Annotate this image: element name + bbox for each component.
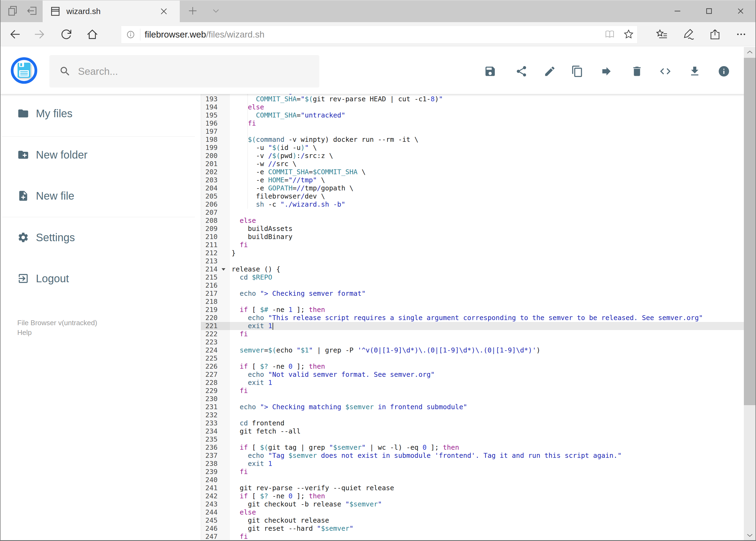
code-line[interactable]: 238 exit 1 bbox=[201, 460, 756, 468]
share-button[interactable] bbox=[705, 22, 724, 46]
hub-button[interactable] bbox=[652, 22, 671, 46]
scroll-down-button[interactable] bbox=[744, 530, 755, 540]
sidebar-item-new-folder[interactable]: New folder bbox=[11, 146, 189, 164]
code-line[interactable]: 204 -e GOPATH=//tmp/gopath \ bbox=[201, 184, 756, 192]
back-button[interactable] bbox=[4, 22, 24, 46]
code-line[interactable]: 211 fi bbox=[201, 241, 756, 249]
code-line[interactable]: 225 bbox=[201, 354, 756, 362]
code-line[interactable]: 237 echo "Tag $semver does not exist in … bbox=[201, 452, 756, 460]
filebrowser-logo[interactable] bbox=[11, 57, 37, 84]
code-line[interactable]: 214release () { bbox=[201, 265, 756, 273]
code-line[interactable]: 210 buildBinary bbox=[201, 233, 756, 241]
window-maximize-button[interactable] bbox=[701, 3, 717, 19]
code-line[interactable]: 236 if [ $(git tag | grep "$semver" | wc… bbox=[201, 443, 756, 452]
code-line[interactable]: 241 git rev-parse --verify --quiet relea… bbox=[201, 484, 756, 492]
code-line[interactable]: 234 git fetch --all bbox=[201, 427, 756, 435]
code-line[interactable]: 230 bbox=[201, 395, 756, 403]
code-line[interactable]: 206 sh -c "./wizard.sh -b" bbox=[201, 201, 756, 209]
info-button[interactable] bbox=[713, 61, 735, 82]
code-line[interactable]: 224 semver=$(echo "$1" | grep -P '^v(0|[… bbox=[201, 346, 756, 354]
move-button[interactable] bbox=[596, 61, 617, 82]
address-bar[interactable]: filebrowser.web/files/wizard.sh bbox=[121, 26, 637, 44]
code-line[interactable]: 222 fi bbox=[201, 330, 756, 338]
code-line[interactable]: 205 filebrowser/dev \ bbox=[201, 192, 756, 201]
more-options-button[interactable] bbox=[731, 22, 751, 46]
code-line[interactable]: 233 cd frontend bbox=[201, 419, 756, 427]
code-editor[interactable]: 192 if [ -d ".git" ]; then193 COMMIT_SHA… bbox=[201, 94, 756, 541]
code-line[interactable]: 207 bbox=[201, 209, 756, 217]
window-minimize-button[interactable] bbox=[669, 3, 685, 19]
favorite-star-icon[interactable] bbox=[623, 28, 634, 40]
code-line[interactable]: 203 -e HOME="//tmp" \ bbox=[201, 176, 756, 184]
code-line[interactable]: 215 cd $REPO bbox=[201, 273, 756, 281]
code-line[interactable]: 219 if [ $# -ne 1 ]; then bbox=[201, 306, 756, 314]
code-line[interactable]: 209 buildAssets bbox=[201, 225, 756, 233]
code-line[interactable]: 243 git checkout -b release "$semver" bbox=[201, 500, 756, 508]
tab-preview-button[interactable] bbox=[4, 2, 22, 19]
code-line[interactable]: 246 git reset --hard "$semver" bbox=[201, 525, 756, 533]
sidebar-item-logout[interactable]: Logout bbox=[11, 270, 189, 287]
code-line[interactable]: 199 -u "$(id -u)" \ bbox=[201, 144, 756, 152]
code-line[interactable]: 217 echo "> Checking semver format" bbox=[201, 289, 756, 297]
code-line[interactable]: 242 if [ $? -ne 0 ]; then bbox=[201, 492, 756, 500]
code-line[interactable]: 193 COMMIT_SHA="$(git rev-parse HEAD | c… bbox=[201, 95, 756, 103]
code-line[interactable]: 235 bbox=[201, 435, 756, 443]
vertical-scrollbar[interactable] bbox=[744, 47, 755, 540]
info-circle-icon[interactable] bbox=[125, 29, 136, 40]
code-line[interactable]: 200 -v /$(pwd):/src:z \ bbox=[201, 152, 756, 160]
reading-view-book-icon[interactable] bbox=[604, 28, 616, 40]
code-line[interactable]: 216 bbox=[201, 281, 756, 289]
set-tabs-aside-button[interactable] bbox=[23, 2, 41, 19]
save-button[interactable] bbox=[479, 61, 501, 82]
search-input[interactable] bbox=[78, 55, 311, 88]
code-line[interactable]: 247 fi bbox=[201, 533, 756, 541]
delete-button[interactable] bbox=[626, 61, 648, 82]
code-line[interactable]: 221 exit 1 bbox=[201, 322, 756, 330]
tabs-dropdown-button[interactable] bbox=[207, 2, 225, 19]
annotate-button[interactable] bbox=[678, 22, 698, 46]
code-line[interactable]: 197 bbox=[201, 128, 756, 136]
code-line[interactable]: 220 echo "This release script requires a… bbox=[201, 314, 756, 322]
code-line[interactable]: 195 COMMIT_SHA="untracked" bbox=[201, 111, 756, 119]
tab-close-button[interactable] bbox=[159, 6, 169, 16]
code-line[interactable]: 198 $(command -v winpty) docker run --rm… bbox=[201, 136, 756, 144]
code-line[interactable]: 213 bbox=[201, 257, 756, 265]
copy-button[interactable] bbox=[567, 61, 588, 82]
new-tab-button[interactable] bbox=[184, 2, 201, 19]
code-line[interactable]: 196 fi bbox=[201, 119, 756, 128]
code-line[interactable]: 229 fi bbox=[201, 387, 756, 395]
code-line[interactable]: 226 if [ $? -ne 0 ]; then bbox=[201, 362, 756, 370]
forward-button[interactable] bbox=[31, 22, 50, 46]
home-button[interactable] bbox=[83, 22, 102, 46]
window-close-button[interactable] bbox=[732, 3, 749, 19]
share-file-button[interactable] bbox=[511, 61, 532, 82]
browser-tab-wizard-sh[interactable]: wizard.sh bbox=[43, 1, 180, 22]
code-line[interactable]: 223 bbox=[201, 338, 756, 346]
search-box[interactable] bbox=[49, 55, 319, 88]
sidebar-item-settings[interactable]: Settings bbox=[11, 229, 189, 246]
help-link[interactable]: Help bbox=[17, 328, 32, 337]
rename-button[interactable] bbox=[539, 61, 561, 82]
sidebar-item-my-files[interactable]: My files bbox=[11, 105, 189, 122]
code-line[interactable]: 218 bbox=[201, 297, 756, 306]
scrollbar-thumb[interactable] bbox=[744, 58, 755, 405]
code-line[interactable]: 240 bbox=[201, 476, 756, 484]
refresh-button[interactable] bbox=[57, 22, 76, 46]
code-line[interactable]: 201 -w //src \ bbox=[201, 160, 756, 168]
sidebar-item-new-file[interactable]: New file bbox=[11, 187, 189, 205]
code-line[interactable]: 239 fi bbox=[201, 468, 756, 476]
code-line[interactable]: 208 else bbox=[201, 217, 756, 225]
code-line[interactable]: 232 bbox=[201, 411, 756, 419]
source-code-button[interactable] bbox=[654, 61, 676, 82]
code-line[interactable]: 228 exit 1 bbox=[201, 379, 756, 387]
code-line[interactable]: 202 -e COMMIT_SHA=$COMMIT_SHA \ bbox=[201, 168, 756, 176]
fold-marker-icon[interactable] bbox=[222, 268, 225, 270]
code-line[interactable]: 231 echo "> Checking matching $semver in… bbox=[201, 403, 756, 411]
code-line[interactable]: 194 else bbox=[201, 103, 756, 111]
code-line[interactable]: 227 echo "Not valid semver format. See s… bbox=[201, 370, 756, 379]
download-button[interactable] bbox=[684, 61, 705, 82]
scroll-up-button[interactable] bbox=[744, 47, 755, 57]
code-line[interactable]: 244 else bbox=[201, 508, 756, 516]
code-line[interactable]: 212} bbox=[201, 249, 756, 257]
code-line[interactable]: 245 git checkout release bbox=[201, 516, 756, 525]
